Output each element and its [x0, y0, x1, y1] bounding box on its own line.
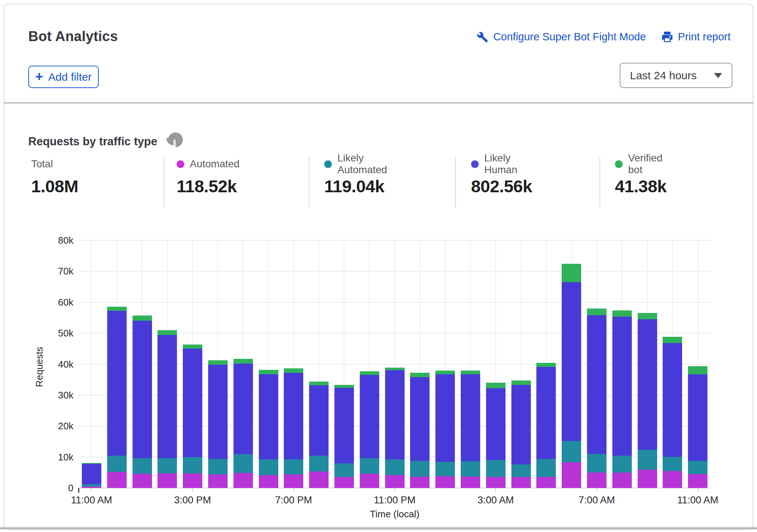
bar-segment-likely-human[interactable]	[233, 364, 253, 454]
bar-segment-automated[interactable]	[638, 470, 657, 488]
bar-segment-likely-automated[interactable]	[587, 454, 606, 473]
bar-segment-likely-human[interactable]	[133, 321, 152, 458]
bar-segment-likely-automated[interactable]	[360, 458, 379, 474]
bar-segment-likely-automated[interactable]	[435, 462, 455, 476]
bar-segment-verified-bot[interactable]	[157, 330, 177, 335]
bar-segment-likely-human[interactable]	[562, 282, 581, 441]
bar-segment-verified-bot[interactable]	[410, 373, 430, 377]
bar-segment-verified-bot[interactable]	[133, 316, 152, 321]
bar-segment-likely-human[interactable]	[410, 377, 430, 461]
bar-segment-automated[interactable]	[385, 475, 405, 488]
bar-segment-likely-automated[interactable]	[107, 456, 127, 472]
bar-segment-verified-bot[interactable]	[536, 363, 556, 367]
bar-segment-automated[interactable]	[284, 474, 303, 488]
bar-segment-verified-bot[interactable]	[612, 310, 632, 317]
bar-segment-verified-bot[interactable]	[486, 383, 506, 388]
bar-segment-likely-human[interactable]	[107, 311, 127, 456]
bar-segment-likely-automated[interactable]	[663, 457, 682, 471]
time-range-select[interactable]: Last 24 hours	[620, 63, 732, 88]
bar-segment-likely-human[interactable]	[385, 370, 405, 459]
bar-segment-likely-automated[interactable]	[486, 460, 506, 477]
bar-segment-automated[interactable]	[486, 477, 506, 488]
bar-segment-likely-automated[interactable]	[612, 456, 632, 473]
bar-segment-likely-automated[interactable]	[461, 461, 480, 477]
bar-segment-automated[interactable]	[435, 476, 455, 488]
bar-segment-likely-human[interactable]	[612, 317, 632, 456]
bar-segment-likely-automated[interactable]	[385, 459, 405, 475]
bar-segment-verified-bot[interactable]	[385, 368, 405, 371]
bar-segment-automated[interactable]	[334, 477, 354, 488]
bar-segment-likely-human[interactable]	[157, 335, 177, 458]
bar-segment-verified-bot[interactable]	[435, 371, 455, 374]
bar-segment-likely-automated[interactable]	[511, 464, 531, 477]
bar-segment-likely-human[interactable]	[587, 315, 606, 454]
bar-segment-automated[interactable]	[360, 474, 379, 488]
bar-segment-verified-bot[interactable]	[511, 380, 531, 385]
bar-segment-verified-bot[interactable]	[259, 370, 278, 374]
bar-segment-verified-bot[interactable]	[233, 359, 253, 364]
bar-segment-automated[interactable]	[233, 473, 253, 488]
bar-segment-likely-automated[interactable]	[334, 463, 354, 477]
bar-segment-likely-human[interactable]	[536, 367, 556, 459]
bar-segment-automated[interactable]	[107, 472, 127, 488]
bar-segment-likely-automated[interactable]	[82, 484, 101, 487]
bar-segment-likely-automated[interactable]	[688, 461, 707, 474]
bar-segment-likely-human[interactable]	[638, 319, 657, 450]
bar-segment-verified-bot[interactable]	[334, 385, 354, 388]
bar-segment-verified-bot[interactable]	[82, 463, 101, 464]
bar-segment-likely-automated[interactable]	[233, 454, 253, 473]
bar-segment-likely-human[interactable]	[461, 374, 480, 461]
bar-segment-automated[interactable]	[688, 474, 707, 488]
bar-segment-verified-bot[interactable]	[208, 360, 228, 365]
bar-segment-automated[interactable]	[183, 473, 202, 488]
bar-segment-likely-human[interactable]	[486, 388, 506, 460]
bar-segment-likely-automated[interactable]	[133, 458, 152, 474]
bar-segment-likely-human[interactable]	[284, 373, 303, 459]
bar-segment-automated[interactable]	[309, 471, 329, 488]
bar-segment-verified-bot[interactable]	[107, 307, 127, 311]
bar-segment-automated[interactable]	[536, 477, 556, 488]
bar-segment-likely-human[interactable]	[435, 374, 455, 462]
bar-segment-likely-automated[interactable]	[638, 450, 657, 470]
bar-segment-automated[interactable]	[157, 473, 177, 488]
bar-segment-verified-bot[interactable]	[638, 313, 657, 319]
configure-super-bot-fight-mode-link[interactable]: Configure Super Bot Fight Mode	[477, 31, 646, 43]
bar-segment-automated[interactable]	[259, 475, 278, 488]
bar-segment-likely-human[interactable]	[511, 385, 531, 464]
add-filter-button[interactable]: + Add filter	[28, 66, 99, 88]
bar-segment-likely-automated[interactable]	[284, 459, 303, 474]
bar-segment-automated[interactable]	[461, 477, 480, 488]
bar-segment-likely-automated[interactable]	[410, 461, 430, 477]
bar-segment-likely-automated[interactable]	[562, 441, 581, 462]
bar-segment-likely-human[interactable]	[663, 343, 682, 457]
bar-segment-likely-automated[interactable]	[536, 459, 556, 477]
print-report-link[interactable]: Print report	[662, 31, 731, 43]
bar-segment-verified-bot[interactable]	[309, 382, 329, 385]
bar-segment-automated[interactable]	[663, 471, 682, 488]
bar-segment-automated[interactable]	[410, 477, 430, 488]
bar-segment-verified-bot[interactable]	[284, 368, 303, 373]
bar-segment-verified-bot[interactable]	[587, 309, 606, 315]
bar-segment-verified-bot[interactable]	[183, 345, 202, 349]
bar-segment-verified-bot[interactable]	[562, 264, 581, 282]
bar-segment-likely-automated[interactable]	[183, 457, 202, 473]
bar-segment-likely-human[interactable]	[183, 349, 202, 457]
bar-segment-likely-human[interactable]	[334, 388, 354, 463]
bar-segment-verified-bot[interactable]	[663, 337, 682, 343]
bar-segment-likely-automated[interactable]	[208, 459, 228, 474]
bar-segment-automated[interactable]	[208, 474, 228, 488]
bar-segment-verified-bot[interactable]	[461, 371, 480, 374]
bar-segment-automated[interactable]	[612, 473, 632, 488]
bar-segment-verified-bot[interactable]	[688, 366, 707, 374]
bar-segment-automated[interactable]	[562, 462, 581, 488]
bar-segment-likely-human[interactable]	[688, 374, 707, 461]
bar-segment-likely-human[interactable]	[208, 365, 228, 459]
bar-segment-automated[interactable]	[587, 473, 606, 488]
bar-segment-likely-human[interactable]	[309, 385, 329, 456]
bar-segment-likely-automated[interactable]	[309, 456, 329, 471]
bar-segment-automated[interactable]	[82, 487, 101, 488]
bar-segment-likely-human[interactable]	[82, 464, 101, 484]
bar-segment-likely-automated[interactable]	[157, 458, 177, 473]
bar-segment-automated[interactable]	[133, 474, 152, 488]
bar-segment-likely-automated[interactable]	[259, 459, 278, 475]
